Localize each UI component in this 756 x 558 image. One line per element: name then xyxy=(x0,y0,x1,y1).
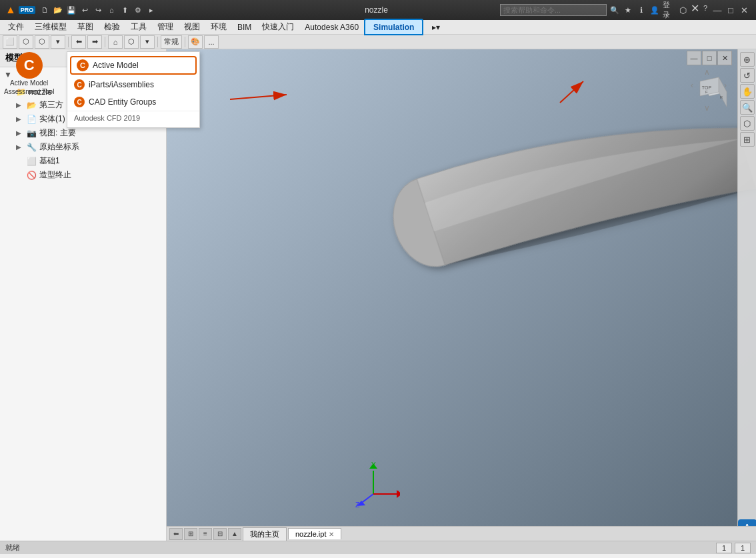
user-icon[interactable]: 👤 xyxy=(649,5,660,15)
menu-extra[interactable]: ▸▾ xyxy=(427,21,445,33)
viewport-close-btn[interactable]: ✕ xyxy=(717,51,732,65)
toolbar-btn-5[interactable]: ⬅ xyxy=(71,35,86,49)
open-icon[interactable]: 📂 xyxy=(53,5,63,15)
menu-file[interactable]: 文件 xyxy=(3,20,29,34)
menu-simulation[interactable]: Simulation xyxy=(364,19,423,35)
toolbar-btn-3[interactable]: ⬡ xyxy=(35,35,49,49)
app-logo: ▲ PRO xyxy=(5,4,35,16)
tab-home[interactable]: 我的主页 xyxy=(243,527,287,541)
new-icon[interactable]: 🗋 xyxy=(39,5,50,15)
tree-label-end: 造型终止 xyxy=(39,169,71,181)
toolbar-btn-1[interactable]: ⬜ xyxy=(3,35,17,49)
help-icon[interactable]: ? xyxy=(700,3,711,13)
solid-icon: 📄 xyxy=(27,115,37,124)
home-icon[interactable]: ⌂ xyxy=(106,5,117,15)
toolbar-separator-1 xyxy=(68,37,69,47)
rt-btn-3[interactable]: ✋ xyxy=(740,84,755,99)
tree-node-base[interactable]: ⬜ 基础1 xyxy=(13,154,163,168)
iparts-icon: C xyxy=(74,79,85,90)
external-icon[interactable]: ⬡ xyxy=(676,3,689,17)
menu-sketch[interactable]: 草图 xyxy=(72,20,99,34)
axis-indicator-svg: Z Y X xyxy=(353,461,400,507)
dropdown-active-model[interactable]: C Active Model xyxy=(70,56,197,75)
view-cube[interactable]: TOP R F ‹ › ∧ ∨ xyxy=(687,68,732,113)
rt-btn-1[interactable]: ⊕ xyxy=(740,52,755,67)
tree-node-origin[interactable]: ▶ 🔧 原始坐标系 xyxy=(13,140,163,154)
view-style-dropdown[interactable]: 常规 xyxy=(161,35,182,49)
menu-quickstart[interactable]: 快速入门 xyxy=(257,20,299,34)
viewport-min-btn[interactable]: — xyxy=(687,51,701,65)
viewport-tab-btn-arrow[interactable]: ▲ xyxy=(228,528,241,540)
viewport-tab-btn-list[interactable]: ≡ xyxy=(199,528,212,540)
rt-btn-6[interactable]: ⊞ xyxy=(740,132,755,147)
viewport-max-btn[interactable]: □ xyxy=(702,51,717,65)
rt-btn-4[interactable]: 🔍 xyxy=(740,100,755,115)
toolbar-btn-4[interactable]: ▾ xyxy=(51,35,65,49)
undo-icon[interactable]: ↩ xyxy=(79,5,90,15)
info-icon[interactable]: ℹ xyxy=(636,5,647,15)
svg-text:X: X xyxy=(397,490,400,497)
menu-view[interactable]: 视图 xyxy=(179,20,205,34)
svg-text:Y: Y xyxy=(371,461,376,469)
viewport-tab-btn-left[interactable]: ⬅ xyxy=(169,528,183,540)
cad-entity-icon: C xyxy=(74,97,85,107)
dropdown-menu: C Active Model C iParts/iAssemblies C CA… xyxy=(67,51,200,128)
rt-btn-2[interactable]: ↺ xyxy=(740,68,755,83)
maximize-button[interactable]: □ xyxy=(724,3,737,17)
expand-icon-1: ▶ xyxy=(16,101,24,109)
menu-tools[interactable]: 工具 xyxy=(125,20,152,34)
menu-3d-model[interactable]: 三维模型 xyxy=(29,20,72,34)
toolbar-btn-2[interactable]: ⬡ xyxy=(19,35,33,49)
minimize-button[interactable]: — xyxy=(711,3,724,17)
bookmark-icon[interactable]: ★ xyxy=(623,5,633,15)
status-right: 1 1 xyxy=(716,543,751,553)
page-num-1: 1 xyxy=(716,543,732,553)
menu-bim[interactable]: BIM xyxy=(232,21,257,33)
autodesk-x-icon[interactable]: ✕ xyxy=(689,3,700,13)
publish-icon[interactable]: ⬆ xyxy=(119,5,130,15)
toolbar-btn-6[interactable]: ➡ xyxy=(87,35,102,49)
dropdown-iparts[interactable]: C iParts/iAssemblies xyxy=(67,76,199,93)
active-model-large-icon[interactable]: C xyxy=(16,52,43,79)
login-text[interactable]: 登录 xyxy=(663,5,673,15)
menu-inspect[interactable]: 检验 xyxy=(99,20,125,34)
close-button[interactable]: ✕ xyxy=(737,3,751,17)
help-search-input[interactable] xyxy=(500,4,607,16)
nozzle-svg xyxy=(167,49,756,541)
tree-node-end[interactable]: 🚫 造型终止 xyxy=(13,168,163,182)
dropdown-cad-entity[interactable]: C CAD Entity Groups xyxy=(67,93,199,111)
tree-label-view: 视图: 主要 xyxy=(39,127,76,139)
viewport-top-controls: — □ ✕ xyxy=(687,51,732,65)
viewport-tab-btn-grid[interactable]: ⊞ xyxy=(184,528,197,540)
settings-icon[interactable]: ⚙ xyxy=(133,5,143,15)
tab-nozzle-close[interactable]: ✕ xyxy=(329,531,334,538)
toolbar-separator-4 xyxy=(185,37,185,47)
status-text: 就绪 xyxy=(5,543,20,553)
menu-manage[interactable]: 管理 xyxy=(152,20,179,34)
tab-nozzle-ipt[interactable]: nozzle.ipt ✕ xyxy=(288,528,341,539)
svg-text:F: F xyxy=(705,90,708,94)
toolbar-home-btn[interactable]: ⌂ xyxy=(108,35,123,49)
search-icon[interactable]: 🔍 xyxy=(609,5,620,15)
base-icon: ⬜ xyxy=(27,157,37,166)
menu-environment[interactable]: 环境 xyxy=(205,20,232,34)
toolbar-more-btn[interactable]: ... xyxy=(204,35,219,49)
toolbar-btn-7[interactable]: ⬡ xyxy=(124,35,139,49)
rt-btn-5[interactable]: ⬡ xyxy=(740,116,755,131)
save-icon[interactable]: 💾 xyxy=(66,5,77,15)
toolbar-separator-2 xyxy=(105,37,105,47)
svg-text:∧: ∧ xyxy=(704,68,710,77)
page-num-2: 1 xyxy=(735,543,751,553)
autodesk-logo-icon: ▲ xyxy=(5,4,16,16)
menu-bar: 文件 三维模型 草图 检验 工具 管理 视图 环境 BIM 快速入门 Autod… xyxy=(0,20,756,35)
toolbar-btn-8[interactable]: ▾ xyxy=(140,35,155,49)
menu-a360[interactable]: Autodesk A360 xyxy=(299,21,364,33)
redo-icon[interactable]: ↪ xyxy=(93,5,103,15)
viewport-background[interactable]: Z Y X TOP xyxy=(167,49,756,541)
toolbar-color-btn[interactable]: 🎨 xyxy=(188,35,203,49)
viewport-tab-btn-cols[interactable]: ⊟ xyxy=(213,528,227,540)
right-tools: ⊕ ↺ ✋ 🔍 ⬡ ⊞ A xyxy=(737,49,756,541)
svg-text:‹: ‹ xyxy=(691,81,693,90)
more-icon[interactable]: ▸ xyxy=(146,5,157,15)
tree-node-view[interactable]: ▶ 📷 视图: 主要 xyxy=(13,126,163,140)
